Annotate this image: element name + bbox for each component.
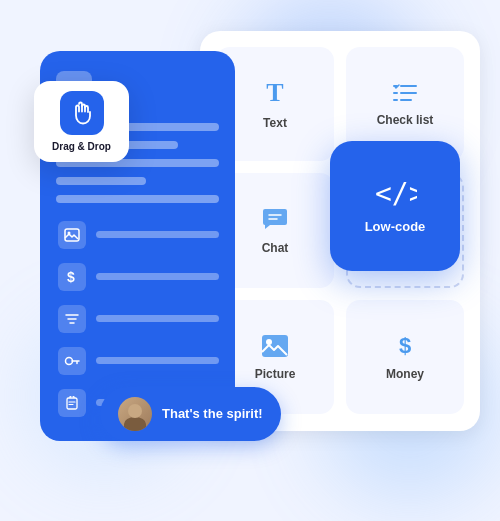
sidebar-row-image[interactable] xyxy=(58,221,219,249)
image-icon xyxy=(58,221,86,249)
checklist-icon xyxy=(391,81,419,105)
grid-cell-money[interactable]: $ Money xyxy=(346,300,464,415)
lowcode-card[interactable]: </> Low-code xyxy=(330,141,460,271)
svg-rect-4 xyxy=(67,398,77,409)
sidebar-row-dollar[interactable]: $ xyxy=(58,263,219,291)
sidebar-row-filter[interactable] xyxy=(58,305,219,333)
checklist-label: Check list xyxy=(377,113,434,127)
drag-drop-popup[interactable]: Drag & Drop xyxy=(34,81,129,162)
clipboard-icon xyxy=(58,389,86,417)
picture-icon xyxy=(260,333,290,359)
sidebar-row-filter-line xyxy=(96,315,219,322)
svg-rect-5 xyxy=(262,335,288,357)
main-scene: T $ xyxy=(20,21,480,501)
sidebar-line-5 xyxy=(56,195,219,203)
filter-icon xyxy=(58,305,86,333)
svg-text:$: $ xyxy=(67,269,75,285)
dollar-icon: $ xyxy=(58,263,86,291)
sidebar-row-image-line xyxy=(96,231,219,238)
drag-drop-label: Drag & Drop xyxy=(52,141,111,152)
chat-label: Chat xyxy=(262,241,289,255)
text-icon: T xyxy=(266,78,283,108)
sidebar-row-key[interactable] xyxy=(58,347,219,375)
money-icon: $ xyxy=(399,333,411,359)
chat-bubble: That's the spirit! xyxy=(100,387,281,441)
sidebar-row-dollar-line xyxy=(96,273,219,280)
sidebar-line-4 xyxy=(56,177,146,185)
text-label: Text xyxy=(263,116,287,130)
lowcode-code-icon: </> xyxy=(373,177,417,209)
picture-label: Picture xyxy=(255,367,296,381)
sidebar-row-key-line xyxy=(96,357,219,364)
money-label: Money xyxy=(386,367,424,381)
drag-drop-icon xyxy=(60,91,104,135)
avatar xyxy=(118,397,152,431)
chat-bubble-text: That's the spirit! xyxy=(162,406,263,421)
chat-icon xyxy=(260,205,290,233)
key-icon xyxy=(58,347,86,375)
lowcode-label: Low-code xyxy=(365,219,426,234)
svg-text:</>: </> xyxy=(375,177,417,209)
